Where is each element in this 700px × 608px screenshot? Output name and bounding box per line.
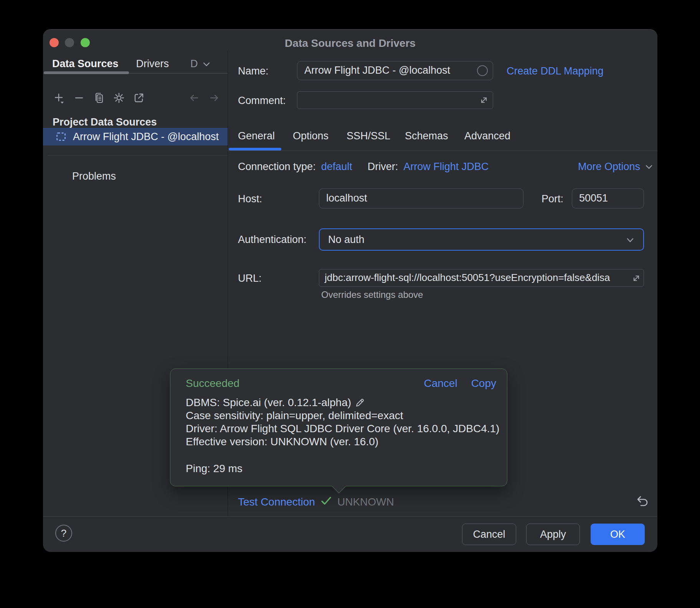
tab-schemas[interactable]: Schemas: [405, 130, 448, 142]
plus-icon: [53, 92, 65, 104]
tab-advanced[interactable]: Advanced: [464, 130, 510, 142]
connection-type-value-link[interactable]: default: [321, 161, 352, 173]
success-check-icon: [320, 495, 332, 507]
authentication-label: Authentication:: [238, 234, 307, 246]
popup-copy-link[interactable]: Copy: [471, 377, 496, 390]
add-data-source-button[interactable]: [53, 92, 65, 104]
comment-label: Comment:: [238, 95, 286, 107]
name-input[interactable]: Arrow Flight JDBC - @localhost: [297, 61, 493, 80]
revert-icon[interactable]: [634, 494, 649, 509]
tab-ssh-ssl[interactable]: SSH/SSL: [347, 130, 390, 142]
url-label: URL:: [238, 273, 262, 284]
name-value: Arrow Flight JDBC - @localhost: [297, 61, 493, 79]
window-title: Data Sources and Drivers: [43, 37, 657, 50]
sidebar-divider: [48, 155, 228, 156]
edit-pencil-icon[interactable]: [355, 398, 365, 408]
connection-details: DBMS: Spice.ai (ver. 0.12.1-alpha) Case …: [186, 396, 501, 448]
url-hint: Overrides settings above: [321, 289, 423, 300]
sidebar-tab-strip: Data Sources Drivers D: [52, 58, 210, 70]
authentication-value: No auth: [328, 234, 365, 246]
host-input[interactable]: localhost: [319, 188, 523, 208]
gear-icon: [113, 92, 125, 104]
sidebar-toolbar: [53, 92, 145, 104]
problems-link[interactable]: Problems: [72, 170, 116, 182]
connection-type-row: Connection type: default Driver: Arrow F…: [238, 161, 489, 173]
copy-icon: [93, 92, 105, 104]
host-label: Host:: [238, 193, 262, 205]
footer-divider: [43, 516, 657, 517]
connection-type-label: Connection type:: [238, 161, 316, 173]
project-data-sources-header: Project Data Sources: [53, 116, 157, 128]
case-sensitivity-line: Case sensitivity: plain=upper, delimited…: [186, 409, 501, 422]
tabs-divider: [228, 150, 657, 151]
port-input[interactable]: 50051: [572, 188, 644, 208]
ping-line: Ping: 29 ms: [186, 463, 243, 475]
data-source-icon: [56, 131, 66, 142]
comment-input[interactable]: [297, 91, 493, 109]
chevron-down-icon: [203, 61, 210, 67]
minus-icon: [73, 92, 85, 104]
driver-label: Driver:: [368, 161, 398, 173]
active-tab-indicator: [229, 148, 281, 150]
popup-cancel-link[interactable]: Cancel: [424, 377, 457, 390]
data-sources-dialog: Data Sources and Drivers Data Sources Dr…: [43, 29, 657, 552]
apply-button[interactable]: Apply: [526, 524, 580, 545]
data-source-list-item-selected[interactable]: Arrow Flight JDBC - @localhost: [43, 128, 228, 145]
tab-options[interactable]: Options: [293, 130, 329, 142]
tab-ddl-truncated[interactable]: D: [190, 58, 210, 70]
port-value: 50051: [572, 189, 644, 208]
popup-tail: [332, 479, 346, 494]
tab-drivers[interactable]: Drivers: [136, 58, 169, 70]
expand-icon[interactable]: [478, 94, 490, 106]
tab-general[interactable]: General: [238, 130, 275, 142]
back-button[interactable]: [188, 92, 200, 104]
status-badge: Succeeded: [186, 377, 239, 390]
driver-line: Driver: Arrow Flight SQL JDBC Driver Cor…: [186, 422, 501, 435]
host-value: localhost: [319, 189, 523, 208]
active-tab-indicator: [44, 71, 129, 74]
external-link-icon: [133, 92, 145, 104]
open-in-new-window-button[interactable]: [133, 92, 145, 104]
status-circle-icon: [477, 65, 488, 76]
name-label: Name:: [238, 65, 269, 77]
chevron-down-icon: [645, 164, 653, 170]
duplicate-data-source-button[interactable]: [93, 92, 105, 104]
more-options-link[interactable]: More Options: [578, 161, 653, 173]
arrow-left-icon: [188, 92, 200, 104]
data-source-label: Arrow Flight JDBC - @localhost: [73, 131, 219, 143]
create-ddl-mapping-link[interactable]: Create DDL Mapping: [507, 65, 604, 77]
dbms-line: DBMS: Spice.ai (ver. 0.12.1-alpha): [186, 396, 501, 409]
chevron-down-icon: [626, 237, 635, 243]
arrow-right-icon: [208, 92, 220, 104]
port-label: Port:: [542, 193, 563, 205]
help-button[interactable]: ?: [55, 525, 72, 542]
data-source-properties-button[interactable]: [113, 92, 125, 104]
remove-data-source-button[interactable]: [73, 92, 85, 104]
url-value: jdbc:arrow-flight-sql://localhost:50051?…: [319, 269, 644, 286]
connection-status-text: UNKNOWN: [337, 496, 394, 508]
forward-button[interactable]: [208, 92, 220, 104]
authentication-select[interactable]: No auth: [319, 228, 644, 251]
effective-version-line: Effective version: UNKNOWN (ver. 16.0): [186, 435, 501, 448]
ok-button[interactable]: OK: [591, 524, 645, 545]
expand-icon[interactable]: [631, 273, 642, 284]
test-connection-result-popup: Succeeded Cancel Copy DBMS: Spice.ai (ve…: [170, 368, 507, 486]
sidebar-history-nav: [188, 92, 220, 104]
test-connection-link[interactable]: Test Connection: [238, 496, 315, 508]
tab-data-sources[interactable]: Data Sources: [52, 58, 119, 70]
desktop: { "window": { "title": "Data Sources and…: [0, 0, 700, 608]
cancel-button[interactable]: Cancel: [462, 524, 516, 545]
driver-value-link[interactable]: Arrow Flight JDBC: [403, 161, 489, 173]
url-input[interactable]: jdbc:arrow-flight-sql://localhost:50051?…: [319, 269, 644, 287]
